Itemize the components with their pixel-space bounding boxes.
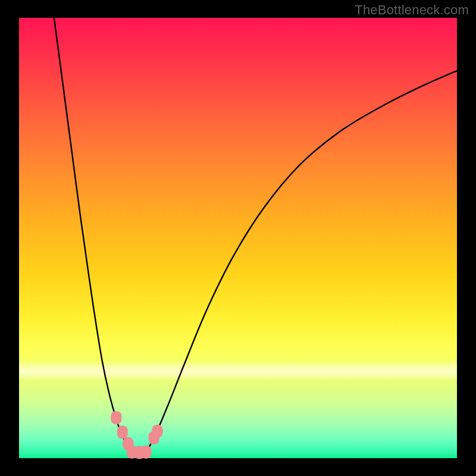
right-curve <box>146 71 457 452</box>
chart-frame: TheBottleneck.com <box>0 0 476 476</box>
marker-right-2 <box>152 425 163 438</box>
curves-layer <box>19 18 457 458</box>
watermark-text: TheBottleneck.com <box>355 2 469 18</box>
left-curve <box>54 18 132 452</box>
marker-left-2 <box>117 425 128 439</box>
plot-area <box>19 18 457 458</box>
marker-left-1 <box>111 411 121 424</box>
markers-group <box>111 411 162 459</box>
marker-bottom-3 <box>140 446 151 459</box>
